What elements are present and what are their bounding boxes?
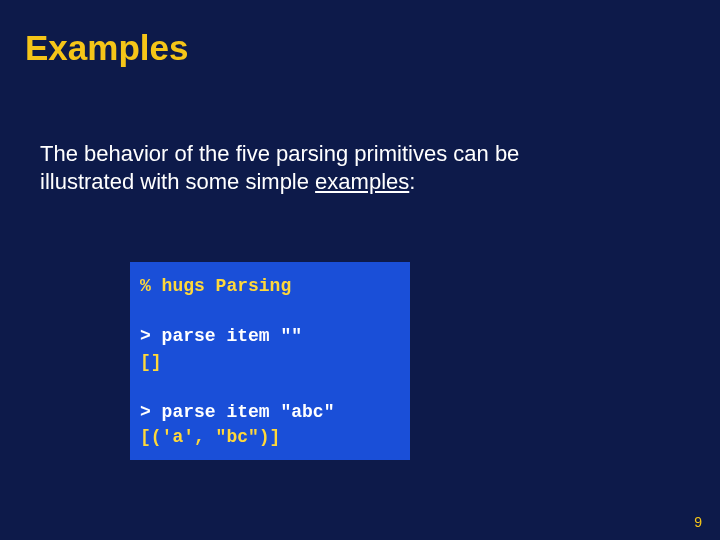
code-line-1: % hugs Parsing: [140, 274, 400, 299]
body-line-1: The behavior of the five parsing primiti…: [40, 141, 519, 166]
body-line-2-post: :: [409, 169, 415, 194]
body-line-2-pre: illustrated with some simple: [40, 169, 315, 194]
code-blank-1: [140, 299, 400, 324]
page-number: 9: [694, 514, 702, 530]
slide: Examples The behavior of the five parsin…: [0, 0, 720, 540]
code-line-2: > parse item "": [140, 324, 400, 349]
code-line-4: > parse item "abc": [140, 400, 400, 425]
examples-link[interactable]: examples: [315, 169, 409, 194]
body-text: The behavior of the five parsing primiti…: [40, 140, 680, 196]
code-blank-2: [140, 375, 400, 400]
code-block: % hugs Parsing > parse item "" [] > pars…: [130, 262, 410, 460]
slide-title: Examples: [25, 28, 188, 68]
code-line-5: [('a', "bc")]: [140, 425, 400, 450]
code-line-3: []: [140, 350, 400, 375]
